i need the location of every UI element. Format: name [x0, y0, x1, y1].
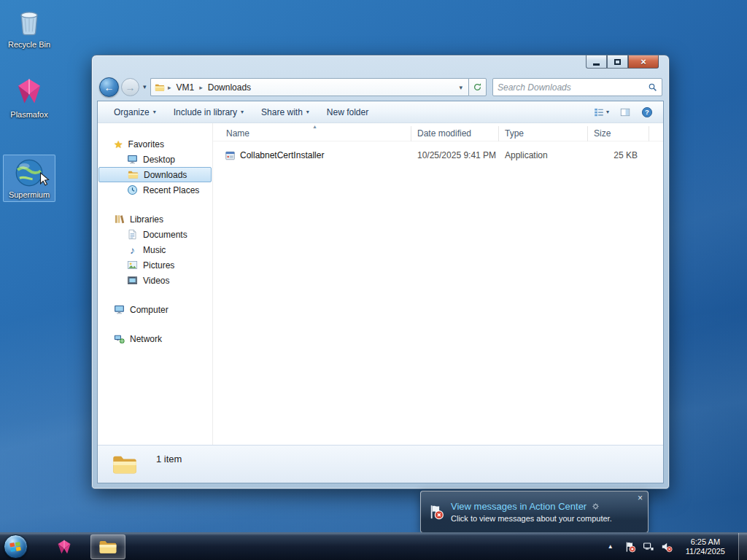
sidebar-section-network: Network — [98, 331, 212, 346]
window-titlebar[interactable]: × — [92, 55, 669, 74]
close-button[interactable]: × — [628, 55, 659, 69]
sidebar-item-favorites[interactable]: ★ Favorites — [98, 136, 212, 152]
computer-icon — [114, 304, 125, 315]
file-date-modified: 10/25/2025 9:41 PM — [411, 150, 499, 160]
taskbar-plasmafox-button[interactable] — [50, 534, 79, 559]
sidebar-item-label: Recent Places — [143, 185, 199, 195]
sidebar-item-desktop[interactable]: Desktop — [98, 152, 212, 167]
new-folder-button[interactable]: New folder — [318, 104, 377, 120]
search-box[interactable] — [492, 78, 662, 96]
maximize-icon — [614, 59, 621, 65]
balloon-close-icon[interactable]: × — [638, 494, 643, 502]
sidebar-item-label: Videos — [143, 276, 169, 286]
desktop-icon-label: Plasmafox — [3, 110, 55, 120]
chevron-down-icon: ▾ — [241, 109, 244, 115]
column-header-size[interactable]: Size — [588, 126, 649, 141]
sidebar-section-favorites: ★ Favorites Desktop Downloads Recent Pla… — [98, 136, 212, 198]
sidebar-item-recent-places[interactable]: Recent Places — [98, 182, 212, 198]
show-desktop-button[interactable] — [738, 533, 747, 560]
system-tray: ▲ 6:25 AM 11/24/2025 — [603, 533, 747, 560]
plasmafox-icon — [55, 537, 74, 556]
navigation-pane: ★ Favorites Desktop Downloads Recent Pla… — [98, 123, 213, 445]
back-arrow-icon: ← — [104, 82, 115, 93]
sidebar-item-pictures[interactable]: Pictures — [98, 257, 212, 273]
action-center-flag-icon — [428, 504, 444, 520]
sidebar-item-libraries[interactable]: Libraries — [98, 211, 212, 227]
maximize-button[interactable] — [607, 55, 628, 69]
desktop-icon-recycle-bin[interactable]: Recycle Bin — [3, 4, 55, 50]
desktop-icon-plasmafox[interactable]: Plasmafox — [3, 74, 55, 120]
clock-date: 11/24/2025 — [686, 547, 725, 556]
details-pane: 1 item — [98, 445, 663, 483]
libraries-icon — [114, 214, 125, 225]
desktop-icon-label: Supermium — [4, 190, 55, 200]
balloon-text: View messages in Action Center Click to … — [451, 501, 640, 523]
minimize-icon — [593, 63, 600, 66]
command-toolbar: Organize ▾ Include in library ▾ Share wi… — [98, 101, 663, 123]
file-row[interactable]: CollabnetCertInstaller 10/25/2025 9:41 P… — [213, 147, 663, 163]
address-dropdown-icon[interactable]: ▾ — [457, 84, 465, 91]
forward-button[interactable]: → — [121, 78, 139, 96]
music-note-icon: ♪ — [127, 245, 138, 255]
start-button[interactable] — [0, 533, 31, 560]
videos-icon — [127, 275, 138, 286]
refresh-button[interactable] — [468, 78, 487, 96]
sidebar-item-label: Documents — [143, 230, 187, 240]
plasmafox-icon — [12, 74, 46, 108]
network-tray-icon[interactable] — [643, 541, 654, 553]
column-header-name[interactable]: Name ▲ — [213, 126, 411, 141]
change-view-button[interactable]: ▾ — [591, 105, 612, 120]
action-center-tray-icon[interactable] — [624, 541, 636, 553]
explorer-folder-icon — [98, 537, 117, 556]
window-body: Organize ▾ Include in library ▾ Share wi… — [97, 101, 664, 483]
organize-button[interactable]: Organize ▾ — [105, 104, 165, 120]
include-in-library-button[interactable]: Include in library ▾ — [165, 104, 252, 120]
sidebar-item-label: Desktop — [143, 155, 175, 165]
balloon-title[interactable]: View messages in Action Center — [451, 501, 587, 512]
network-icon — [114, 333, 125, 344]
taskbar-explorer-button[interactable] — [90, 534, 125, 559]
pictures-icon — [127, 260, 138, 271]
sidebar-item-network[interactable]: Network — [98, 331, 212, 346]
preview-pane-button[interactable] — [617, 105, 633, 120]
sidebar-item-videos[interactable]: Videos — [98, 273, 212, 288]
sidebar-item-label: Libraries — [130, 214, 163, 225]
forward-arrow-icon: → — [125, 82, 136, 93]
help-icon — [641, 106, 653, 118]
sidebar-item-documents[interactable]: Documents — [98, 227, 212, 242]
sidebar-item-downloads[interactable]: Downloads — [98, 167, 212, 182]
breadcrumb-item-downloads[interactable]: Downloads — [206, 81, 253, 94]
volume-muted-tray-icon[interactable] — [661, 541, 673, 553]
sidebar-item-computer[interactable]: Computer — [98, 302, 212, 317]
sidebar-section-libraries: Libraries Documents ♪ Music Pictures — [98, 211, 212, 288]
minimize-button[interactable] — [586, 55, 607, 69]
back-button[interactable]: ← — [99, 77, 119, 97]
search-icon — [648, 82, 657, 92]
close-icon: × — [640, 57, 646, 66]
document-icon — [127, 229, 138, 240]
windows-logo-icon — [9, 540, 22, 553]
recent-pages-dropdown[interactable]: ▾ — [143, 83, 147, 90]
sidebar-item-label: Downloads — [144, 170, 187, 180]
sidebar-item-music[interactable]: ♪ Music — [98, 242, 212, 257]
refresh-icon — [473, 82, 482, 92]
share-with-button[interactable]: Share with ▾ — [252, 104, 318, 120]
application-icon — [225, 150, 236, 161]
folder-large-icon — [109, 451, 140, 478]
address-bar[interactable]: ▸ VM1 ▸ Downloads ▾ — [150, 78, 468, 96]
show-hidden-icons-button[interactable]: ▲ — [603, 540, 618, 553]
help-button[interactable] — [638, 104, 656, 120]
file-list-pane: Name ▲ Date modified Type Size — [213, 123, 663, 445]
column-header-type[interactable]: Type — [499, 126, 588, 141]
item-count: 1 item — [156, 454, 182, 464]
column-header-date-modified[interactable]: Date modified — [411, 126, 499, 141]
new-folder-label: New folder — [327, 107, 368, 117]
share-with-label: Share with — [261, 107, 303, 117]
window-controls: × — [586, 55, 659, 69]
breadcrumb-item-vm1[interactable]: VM1 — [174, 81, 197, 94]
search-input[interactable] — [498, 82, 645, 93]
explorer-window: × ← → ▾ ▸ VM1 ▸ Downloads ▾ — [91, 55, 670, 489]
action-center-balloon[interactable]: View messages in Action Center Click to … — [420, 491, 649, 533]
column-label: Size — [594, 128, 611, 139]
taskbar-clock[interactable]: 6:25 AM 11/24/2025 — [679, 537, 732, 556]
